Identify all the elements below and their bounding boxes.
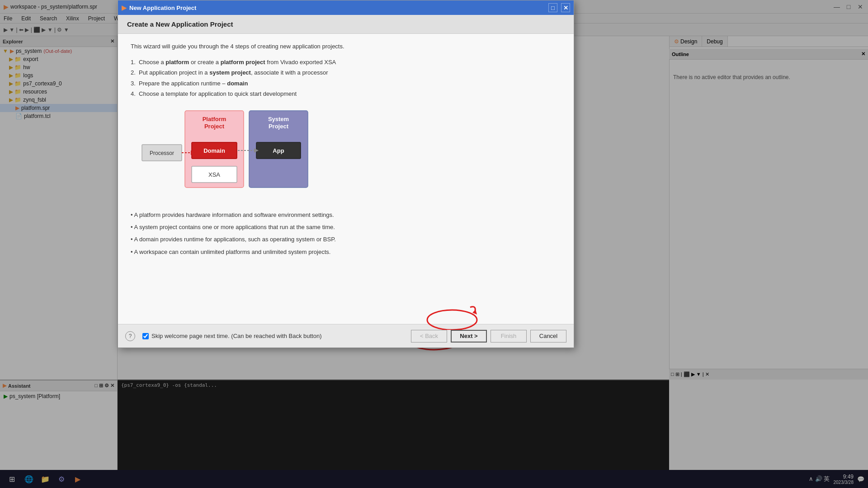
step-1-text3: from Vivado exported XSA [265,59,336,66]
dialog-maximize-button[interactable]: □ [548,3,557,12]
dialog-intro-text: This wizard will guide you through the 4… [131,43,561,50]
dialog-window-controls: □ ✕ [548,3,570,12]
bullet-section: • A platform provides hardware informati… [131,210,561,258]
dialog-header-bar: Create a New Application Project [118,15,574,34]
app-label: App [273,147,284,154]
step-2-num: 2. Put application project in a [131,69,209,76]
next-button[interactable]: Next > [451,330,487,343]
bullet-3: • A domain provides runtime for applicat… [131,234,561,244]
dialog-title-icon: ▶ [122,4,127,11]
xsa-label: XSA [208,171,220,178]
step-2-bold: system project [209,69,251,76]
help-button[interactable]: ? [125,331,135,341]
dialog-content: This wizard will guide you through the 4… [118,34,574,324]
step-1-text2: or create a [189,59,220,66]
step-3-bold: domain [227,80,248,87]
bullet-2: • A system project contains one or more … [131,222,561,232]
step-4: 4. Choose a template for application to … [131,89,561,99]
skip-welcome-checkbox[interactable] [142,333,149,339]
platform-project-label: Platform [203,116,226,122]
domain-label: Domain [203,147,225,154]
svg-text:Project: Project [204,123,225,130]
dialog-titlebar: ▶ New Application Project □ ✕ [118,0,574,15]
step-1-bold2: platform project [221,59,265,66]
step-1: 1. Choose a platform or create a platfor… [131,57,561,67]
step-2-text2: , associate it with a processor [251,69,328,76]
finish-button[interactable]: Finish [491,330,527,343]
step-1-bold1: platform [165,59,189,66]
cancel-button[interactable]: Cancel [530,330,566,343]
step-3-num: 3. Prepare the application runtime – [131,80,227,87]
bullet-4: • A workspace can contain unlimited plat… [131,247,561,257]
dialog-buttons: < Back Next > Finish Cancel [411,330,566,343]
system-project-label: System [268,116,289,122]
new-application-project-dialog: ▶ New Application Project □ ✕ Create a N… [118,0,574,348]
diagram-container: Platform Project System Project Processo… [131,108,561,199]
step-4-text: 4. Choose a template for application to … [131,90,297,97]
project-diagram: Platform Project System Project Processo… [140,108,330,199]
step-2: 2. Put application project in a system p… [131,67,561,78]
processor-label: Processor [150,150,174,156]
dialog-title-text: New Application Project [129,5,196,11]
back-button[interactable]: < Back [411,330,447,343]
bullet-1: • A platform provides hardware informati… [131,210,561,220]
dialog-close-button[interactable]: ✕ [561,3,570,12]
dialog-header-title: Create a New Application Project [127,20,565,28]
skip-welcome-label: Skip welcome page next time. (Can be rea… [151,333,321,339]
svg-text:Project: Project [269,123,289,130]
step-1-num: 1. Choose a [131,59,165,66]
dialog-footer: ? Skip welcome page next time. (Can be r… [118,324,574,347]
dialog-steps-list: 1. Choose a platform or create a platfor… [131,57,561,99]
step-3: 3. Prepare the application runtime – dom… [131,78,561,89]
